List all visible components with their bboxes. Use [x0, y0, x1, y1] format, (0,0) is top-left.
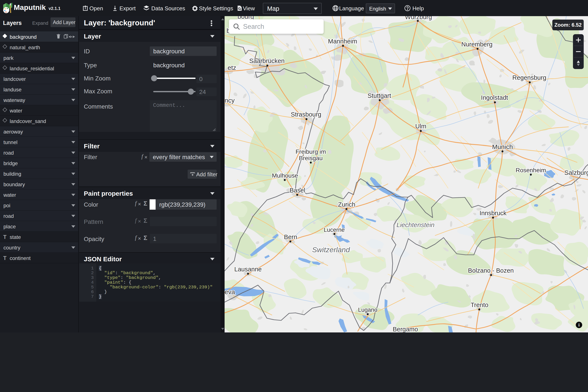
- svg-text:Lugano: Lugano: [358, 307, 377, 313]
- svg-text:ncy: ncy: [225, 97, 235, 104]
- svg-text:etz: etz: [228, 64, 236, 71]
- svg-text:Trento: Trento: [471, 302, 489, 308]
- svg-text:Würzburg: Würzburg: [405, 16, 432, 20]
- svg-text:Ingolstadt: Ingolstadt: [481, 94, 508, 101]
- svg-text:Bolzano - Bozen: Bolzano - Bozen: [468, 267, 514, 274]
- svg-text:Mannheim: Mannheim: [328, 38, 357, 45]
- svg-text:Freiburg im: Freiburg im: [295, 148, 326, 155]
- svg-text:eva: eva: [225, 288, 235, 296]
- svg-text:Breisgau: Breisgau: [299, 155, 323, 162]
- svg-text:Salzburg: Salzburg: [564, 169, 588, 176]
- svg-text:Bern: Bern: [284, 234, 297, 240]
- svg-text:Lausanne: Lausanne: [234, 266, 262, 273]
- svg-text:Liechtenstein: Liechtenstein: [396, 221, 435, 228]
- svg-text:Nuremberg: Nuremberg: [461, 41, 492, 48]
- svg-text:Zurich: Zurich: [338, 201, 355, 208]
- svg-text:Basel: Basel: [290, 187, 305, 194]
- svg-text:Bergamo: Bergamo: [393, 326, 418, 332]
- svg-text:Saarbrücken: Saarbrücken: [249, 58, 285, 64]
- svg-text:Switzerland: Switzerland: [312, 246, 350, 254]
- svg-text:Ulm: Ulm: [415, 123, 426, 130]
- svg-text:Mulhouse: Mulhouse: [272, 172, 298, 179]
- svg-text:Munich: Munich: [492, 143, 513, 150]
- svg-text:Regensburg: Regensburg: [512, 74, 546, 81]
- svg-text:Stuttgart: Stuttgart: [367, 92, 391, 99]
- svg-text:Strasbourg: Strasbourg: [291, 111, 321, 118]
- svg-text:Lucerne: Lucerne: [324, 227, 345, 233]
- svg-text:Innsbruck: Innsbruck: [480, 210, 507, 216]
- svg-text:Rosenheim: Rosenheim: [516, 167, 546, 174]
